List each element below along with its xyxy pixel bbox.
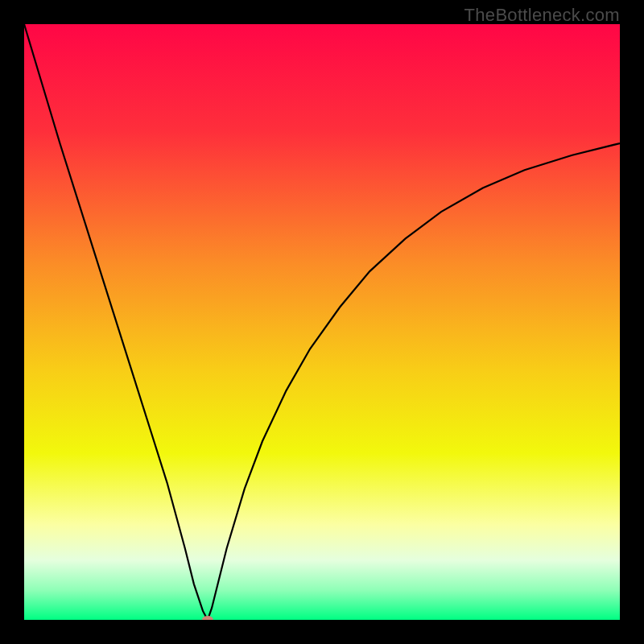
chart-frame bbox=[24, 24, 620, 620]
bottleneck-chart bbox=[24, 24, 620, 620]
gradient-background bbox=[24, 24, 620, 620]
watermark-text: TheBottleneck.com bbox=[464, 5, 620, 26]
